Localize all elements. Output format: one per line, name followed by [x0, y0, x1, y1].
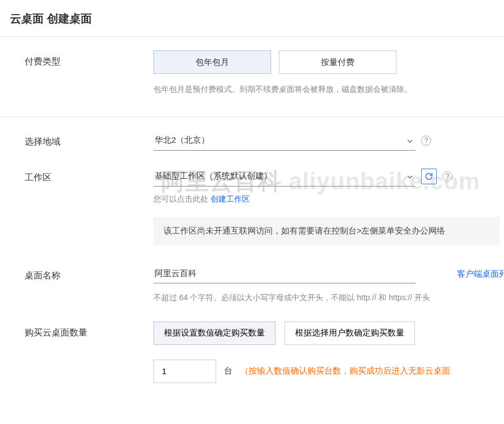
qty-option-by-users[interactable]: 根据选择用户数确定购买数量: [284, 322, 415, 345]
config-panel: 选择地域 华北2（北京） ? 工作区 基础型工作区（系统默认创建）: [0, 117, 504, 403]
client-list-link[interactable]: 客户端桌面列表示: [457, 264, 504, 279]
quantity-input[interactable]: [153, 360, 216, 383]
region-label: 选择地域: [25, 131, 153, 148]
workspace-alert: 该工作区尚未开通互联网访问，如有需要请在控制台>左侧菜单安全办公网络: [153, 217, 500, 245]
name-hint: 不超过 64 个字符。必须以大小写字母或中文开头，不能以 http:// 和 h…: [153, 291, 430, 305]
quantity-unit: 台: [224, 366, 232, 376]
qty-option-by-number[interactable]: 根据设置数值确定购买数量: [153, 322, 276, 345]
region-value: 华北2（北京）: [155, 135, 209, 145]
workspace-value: 基础型工作区（系统默认创建）: [155, 171, 272, 180]
billing-option-prepaid[interactable]: 包年包月: [153, 50, 271, 74]
workspace-select[interactable]: 基础型工作区（系统默认创建）: [153, 166, 416, 187]
refresh-button[interactable]: [421, 169, 437, 184]
quantity-label: 购买云桌面数量: [25, 322, 153, 339]
billing-label: 付费类型: [25, 50, 153, 68]
create-workspace-link[interactable]: 创建工作区: [211, 194, 250, 203]
help-icon[interactable]: ?: [442, 171, 452, 181]
workspace-label: 工作区: [25, 166, 153, 184]
billing-panel: 付费类型 包年包月 按量付费 包年包月是预付费模式。到期不续费桌面将会被释放，磁…: [0, 36, 504, 117]
billing-hint: 包年包月是预付费模式。到期不续费桌面将会被释放，磁盘数据会被清除。: [153, 83, 504, 96]
workspace-hint-prefix: 您可以点击此处: [153, 194, 211, 203]
desktop-name-input[interactable]: [153, 264, 416, 283]
billing-option-postpaid[interactable]: 按量付费: [279, 50, 396, 74]
page-title: 云桌面 创建桌面: [0, 0, 504, 36]
quantity-warning: （按输入数值确认购买台数，购买成功后进入无影云桌面: [240, 366, 450, 376]
chevron-down-icon: [407, 137, 413, 143]
region-select[interactable]: 华北2（北京）: [153, 131, 416, 151]
chevron-down-icon: [407, 173, 413, 179]
help-icon[interactable]: ?: [421, 136, 431, 146]
name-label: 桌面名称: [25, 264, 153, 282]
